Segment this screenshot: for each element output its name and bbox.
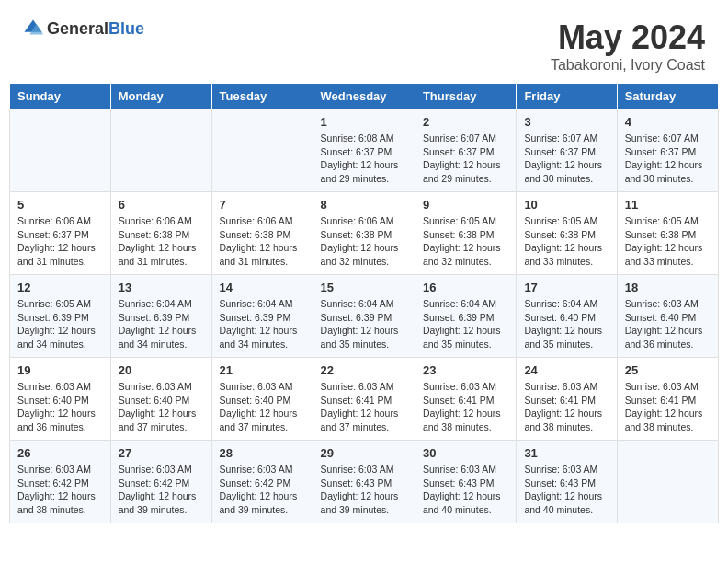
table-row: 20Sunrise: 6:03 AM Sunset: 6:40 PM Dayli… bbox=[110, 358, 211, 441]
day-info: Sunrise: 6:03 AM Sunset: 6:41 PM Dayligh… bbox=[321, 380, 407, 434]
calendar-week-4: 19Sunrise: 6:03 AM Sunset: 6:40 PM Dayli… bbox=[10, 358, 719, 441]
weekday-header-wednesday: Wednesday bbox=[313, 84, 415, 109]
calendar-week-1: 1Sunrise: 6:08 AM Sunset: 6:37 PM Daylig… bbox=[10, 109, 719, 192]
table-row: 6Sunrise: 6:06 AM Sunset: 6:38 PM Daylig… bbox=[110, 192, 211, 275]
day-info: Sunrise: 6:06 AM Sunset: 6:37 PM Dayligh… bbox=[17, 214, 103, 269]
day-number: 18 bbox=[625, 281, 711, 294]
day-number: 26 bbox=[17, 446, 103, 460]
day-number: 27 bbox=[119, 446, 204, 460]
day-info: Sunrise: 6:03 AM Sunset: 6:40 PM Dayligh… bbox=[17, 380, 103, 434]
page-header: GeneralBlue May 2024 Tabakoroni, Ivory C… bbox=[9, 9, 719, 78]
day-info: Sunrise: 6:03 AM Sunset: 6:40 PM Dayligh… bbox=[220, 380, 305, 434]
logo-text: GeneralBlue bbox=[47, 19, 144, 39]
table-row bbox=[211, 109, 313, 192]
table-row: 12Sunrise: 6:05 AM Sunset: 6:39 PM Dayli… bbox=[10, 275, 111, 358]
table-row: 3Sunrise: 6:07 AM Sunset: 6:37 PM Daylig… bbox=[517, 109, 617, 192]
calendar-header: SundayMondayTuesdayWednesdayThursdayFrid… bbox=[10, 84, 719, 109]
table-row: 16Sunrise: 6:04 AM Sunset: 6:39 PM Dayli… bbox=[415, 275, 516, 358]
day-number: 30 bbox=[423, 446, 508, 460]
table-row: 7Sunrise: 6:06 AM Sunset: 6:38 PM Daylig… bbox=[211, 192, 313, 275]
calendar-week-2: 5Sunrise: 6:06 AM Sunset: 6:37 PM Daylig… bbox=[10, 192, 719, 275]
weekday-header-sunday: Sunday bbox=[10, 84, 111, 109]
table-row: 1Sunrise: 6:08 AM Sunset: 6:37 PM Daylig… bbox=[313, 109, 415, 192]
day-info: Sunrise: 6:03 AM Sunset: 6:42 PM Dayligh… bbox=[220, 463, 305, 517]
day-number: 22 bbox=[321, 363, 407, 377]
day-number: 10 bbox=[524, 198, 609, 212]
day-number: 6 bbox=[119, 198, 204, 212]
table-row: 18Sunrise: 6:03 AM Sunset: 6:40 PM Dayli… bbox=[617, 275, 718, 358]
logo-general: General bbox=[47, 19, 108, 38]
logo-icon bbox=[23, 18, 43, 39]
day-number: 21 bbox=[220, 363, 305, 377]
table-row: 19Sunrise: 6:03 AM Sunset: 6:40 PM Dayli… bbox=[10, 358, 111, 441]
table-row: 8Sunrise: 6:06 AM Sunset: 6:38 PM Daylig… bbox=[313, 192, 415, 275]
calendar-week-5: 26Sunrise: 6:03 AM Sunset: 6:42 PM Dayli… bbox=[10, 441, 719, 523]
table-row: 26Sunrise: 6:03 AM Sunset: 6:42 PM Dayli… bbox=[10, 441, 111, 523]
day-info: Sunrise: 6:06 AM Sunset: 6:38 PM Dayligh… bbox=[119, 214, 204, 269]
day-info: Sunrise: 6:06 AM Sunset: 6:38 PM Dayligh… bbox=[220, 214, 305, 269]
table-row: 29Sunrise: 6:03 AM Sunset: 6:43 PM Dayli… bbox=[313, 441, 415, 523]
day-info: Sunrise: 6:05 AM Sunset: 6:38 PM Dayligh… bbox=[625, 214, 711, 269]
day-number: 20 bbox=[119, 363, 204, 377]
day-number: 15 bbox=[321, 281, 407, 294]
day-number: 1 bbox=[321, 115, 407, 129]
table-row: 13Sunrise: 6:04 AM Sunset: 6:39 PM Dayli… bbox=[110, 275, 211, 358]
day-number: 28 bbox=[220, 446, 305, 460]
table-row: 15Sunrise: 6:04 AM Sunset: 6:39 PM Dayli… bbox=[313, 275, 415, 358]
day-number: 19 bbox=[17, 363, 103, 377]
calendar-table: SundayMondayTuesdayWednesdayThursdayFrid… bbox=[9, 83, 719, 523]
day-info: Sunrise: 6:04 AM Sunset: 6:39 PM Dayligh… bbox=[220, 297, 305, 351]
day-number: 7 bbox=[220, 198, 305, 212]
logo-blue: Blue bbox=[108, 19, 144, 38]
table-row: 21Sunrise: 6:03 AM Sunset: 6:40 PM Dayli… bbox=[211, 358, 313, 441]
table-row: 31Sunrise: 6:03 AM Sunset: 6:43 PM Dayli… bbox=[517, 441, 617, 523]
day-info: Sunrise: 6:04 AM Sunset: 6:39 PM Dayligh… bbox=[423, 297, 508, 351]
table-row: 25Sunrise: 6:03 AM Sunset: 6:41 PM Dayli… bbox=[617, 358, 718, 441]
day-info: Sunrise: 6:03 AM Sunset: 6:42 PM Dayligh… bbox=[119, 463, 204, 517]
logo: GeneralBlue bbox=[23, 18, 144, 39]
day-number: 13 bbox=[119, 281, 204, 294]
day-info: Sunrise: 6:05 AM Sunset: 6:38 PM Dayligh… bbox=[524, 214, 609, 269]
day-info: Sunrise: 6:07 AM Sunset: 6:37 PM Dayligh… bbox=[524, 132, 609, 186]
day-info: Sunrise: 6:03 AM Sunset: 6:41 PM Dayligh… bbox=[625, 380, 711, 434]
location-subtitle: Tabakoroni, Ivory Coast bbox=[551, 57, 705, 74]
day-number: 16 bbox=[423, 281, 508, 294]
table-row: 4Sunrise: 6:07 AM Sunset: 6:37 PM Daylig… bbox=[617, 109, 718, 192]
day-number: 4 bbox=[625, 115, 711, 129]
day-number: 14 bbox=[220, 281, 305, 294]
day-info: Sunrise: 6:03 AM Sunset: 6:40 PM Dayligh… bbox=[119, 380, 204, 434]
table-row: 22Sunrise: 6:03 AM Sunset: 6:41 PM Dayli… bbox=[313, 358, 415, 441]
day-number: 11 bbox=[625, 198, 711, 212]
table-row bbox=[617, 441, 718, 523]
weekday-header-tuesday: Tuesday bbox=[211, 84, 313, 109]
table-row: 24Sunrise: 6:03 AM Sunset: 6:41 PM Dayli… bbox=[517, 358, 617, 441]
calendar-week-3: 12Sunrise: 6:05 AM Sunset: 6:39 PM Dayli… bbox=[10, 275, 719, 358]
day-info: Sunrise: 6:03 AM Sunset: 6:43 PM Dayligh… bbox=[524, 463, 609, 517]
table-row: 10Sunrise: 6:05 AM Sunset: 6:38 PM Dayli… bbox=[517, 192, 617, 275]
day-number: 29 bbox=[321, 446, 407, 460]
weekday-header-friday: Friday bbox=[517, 84, 617, 109]
day-info: Sunrise: 6:04 AM Sunset: 6:40 PM Dayligh… bbox=[524, 297, 609, 351]
weekday-header-saturday: Saturday bbox=[617, 84, 718, 109]
day-info: Sunrise: 6:04 AM Sunset: 6:39 PM Dayligh… bbox=[321, 297, 407, 351]
table-row: 23Sunrise: 6:03 AM Sunset: 6:41 PM Dayli… bbox=[415, 358, 516, 441]
day-number: 8 bbox=[321, 198, 407, 212]
table-row: 9Sunrise: 6:05 AM Sunset: 6:38 PM Daylig… bbox=[415, 192, 516, 275]
day-number: 2 bbox=[423, 115, 508, 129]
weekday-header-row: SundayMondayTuesdayWednesdayThursdayFrid… bbox=[10, 84, 719, 109]
day-info: Sunrise: 6:03 AM Sunset: 6:42 PM Dayligh… bbox=[17, 463, 103, 517]
day-info: Sunrise: 6:07 AM Sunset: 6:37 PM Dayligh… bbox=[625, 132, 711, 186]
day-number: 25 bbox=[625, 363, 711, 377]
day-info: Sunrise: 6:03 AM Sunset: 6:41 PM Dayligh… bbox=[423, 380, 508, 434]
table-row: 17Sunrise: 6:04 AM Sunset: 6:40 PM Dayli… bbox=[517, 275, 617, 358]
day-info: Sunrise: 6:07 AM Sunset: 6:37 PM Dayligh… bbox=[423, 132, 508, 186]
day-info: Sunrise: 6:03 AM Sunset: 6:40 PM Dayligh… bbox=[625, 297, 711, 351]
day-info: Sunrise: 6:04 AM Sunset: 6:39 PM Dayligh… bbox=[119, 297, 204, 351]
table-row: 5Sunrise: 6:06 AM Sunset: 6:37 PM Daylig… bbox=[10, 192, 111, 275]
day-number: 23 bbox=[423, 363, 508, 377]
day-info: Sunrise: 6:05 AM Sunset: 6:39 PM Dayligh… bbox=[17, 297, 103, 351]
weekday-header-thursday: Thursday bbox=[415, 84, 516, 109]
day-number: 5 bbox=[17, 198, 103, 212]
month-year-title: May 2024 bbox=[551, 18, 705, 57]
table-row: 28Sunrise: 6:03 AM Sunset: 6:42 PM Dayli… bbox=[211, 441, 313, 523]
